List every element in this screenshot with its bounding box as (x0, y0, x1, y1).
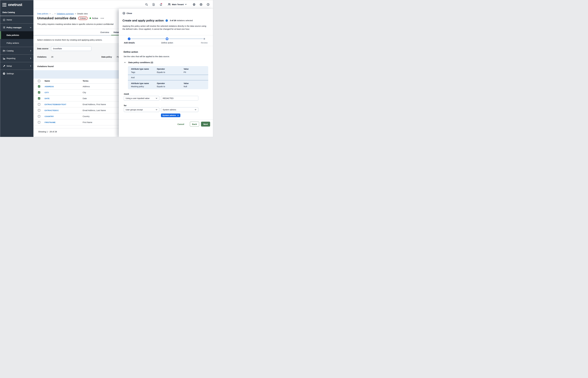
select-violations-hint: Select violations to resolve them by cre… (37, 39, 102, 41)
sidebar: onetrust Data Catalog Home Policy manage… (0, 0, 33, 137)
conditions-toggle[interactable]: Data policy conditions (2) (124, 61, 153, 64)
sidebar-item-catalog[interactable]: Catalog (0, 47, 33, 54)
row-checkbox[interactable] (38, 109, 40, 111)
drawer-description: Applying this policy action will resolve… (122, 25, 207, 30)
mask-method-select[interactable]: Using a user inputted value (124, 96, 159, 101)
gear-icon (3, 72, 5, 75)
bar-chart-icon (3, 57, 5, 60)
violations-found-title: Violations found (37, 65, 54, 68)
violation-link[interactable]: EXTRACTEDCC (44, 109, 59, 111)
step-connector (169, 39, 203, 39)
row-checkbox-checked[interactable] (38, 85, 40, 88)
chevron-down-icon (30, 27, 32, 28)
breadcrumb-current: Details view (77, 13, 88, 15)
violation-link[interactable]: DATE (44, 97, 50, 99)
condition-value-header: Value (184, 82, 189, 84)
app-name: Data Catalog (2, 11, 15, 14)
more-options-icon[interactable] (100, 17, 104, 19)
step-label-review: Review (201, 41, 208, 44)
chevron-down-icon (195, 109, 197, 111)
violation-link[interactable]: COUNTRY (44, 115, 54, 117)
close-button[interactable]: Close (122, 12, 132, 15)
breadcrumb-ellipsis[interactable]: ... (52, 13, 53, 15)
for-method-select[interactable]: User groups except (124, 107, 159, 112)
for-groups-select[interactable]: System admins (161, 107, 198, 112)
document-check-icon[interactable] (152, 3, 155, 6)
step-connector (131, 39, 165, 39)
violations-label: Violations (37, 56, 46, 58)
violation-link[interactable]: CITY (44, 91, 49, 94)
data-source-label: Data source (37, 46, 48, 51)
violation-link[interactable]: EXTRACTEDBODYTEXT (44, 103, 66, 105)
cancel-button[interactable]: Cancel (177, 123, 185, 125)
breadcrumb-violations-summary[interactable]: Violations summary (57, 13, 74, 15)
condition-value-header: Value (184, 68, 189, 70)
mask-value-input[interactable] (161, 96, 198, 101)
account-icon[interactable] (200, 3, 202, 6)
breadcrumb: Data policies>...>Violations summary>Det… (37, 13, 88, 15)
drawer-footer: Cancel Back Next (119, 119, 213, 137)
divider (128, 80, 208, 80)
sidebar-item-reporting[interactable]: Reporting (0, 54, 33, 62)
severity-badge: Critical (78, 16, 87, 20)
back-button[interactable]: Back (190, 122, 199, 127)
gear-icon[interactable] (193, 3, 196, 6)
row-checkbox-checked[interactable] (38, 91, 40, 94)
folder-icon (3, 49, 5, 52)
select-all-checkbox[interactable] (38, 80, 40, 82)
condition-op-header: Operator (157, 82, 165, 84)
breadcrumb-data-policies[interactable]: Data policies (37, 13, 48, 15)
violation-link[interactable]: ADDRESS (44, 85, 54, 87)
list-icon (3, 26, 5, 29)
define-action-hint: Set the rules that will be applied to th… (124, 55, 170, 58)
sidebar-item-setup[interactable]: Setup (0, 62, 33, 70)
data-source-input[interactable] (51, 46, 91, 51)
selected-group-chip[interactable]: System admins (161, 113, 180, 117)
notifications-bell-icon[interactable] (159, 3, 162, 6)
close-arrow-icon (122, 12, 125, 15)
sidebar-item-policy-actions[interactable]: Policy actions (0, 39, 33, 47)
tenant-switcher[interactable]: Main Tenant (168, 0, 187, 9)
divider (128, 75, 208, 75)
conditions-title: Data policy conditions (2) (128, 61, 153, 64)
sidebar-item-home[interactable]: Home (0, 16, 33, 24)
help-icon[interactable] (207, 3, 210, 6)
for-label: for (124, 104, 127, 107)
active-dot-icon (90, 17, 91, 19)
violation-link[interactable]: FIRSTNAME (44, 121, 56, 123)
sidebar-item-settings[interactable]: Settings (0, 70, 33, 77)
conditions-panel: Attribute type name Operator Value Tags … (128, 66, 208, 89)
condition-op-value: Equals to (157, 71, 165, 73)
pagination-summary: Showing 1 - 28 of 28 (38, 131, 57, 133)
home-icon (3, 18, 5, 21)
row-checkbox[interactable] (38, 115, 40, 117)
onetrust-logo: onetrust (3, 2, 22, 8)
row-checkbox[interactable] (38, 103, 40, 106)
info-icon: i (166, 19, 168, 22)
chevron-down-icon (156, 97, 158, 99)
step-complete-icon (128, 38, 130, 40)
next-button[interactable]: Next (201, 122, 210, 127)
status-badge: Active (90, 17, 98, 20)
chevron-down-icon (185, 3, 187, 5)
sidebar-item-data-policies[interactable]: Data policies (0, 31, 33, 39)
condition-op-value: Equals to (157, 85, 165, 88)
condition-value-value: PII (184, 71, 186, 73)
step-upcoming-icon (203, 38, 205, 40)
search-icon[interactable] (145, 3, 148, 6)
condition-value-value: Null (184, 85, 187, 88)
condition-attr-header: Attribute type name (131, 68, 149, 70)
chevron-right-icon (30, 50, 32, 52)
row-checkbox[interactable] (38, 121, 40, 123)
condition-conjunction: And (131, 76, 135, 79)
remove-chip-icon[interactable] (177, 115, 179, 116)
drawer-title: Create and apply policy action (122, 19, 164, 22)
chevron-right-icon (30, 65, 32, 67)
condition-attr-value: Tags (131, 71, 135, 73)
tab-overview[interactable]: Overview (100, 31, 109, 34)
sidebar-item-policy-manager[interactable]: Policy manager (0, 24, 33, 31)
condition-op-header: Operator (157, 68, 165, 70)
tenant-label: Main Tenant (172, 3, 184, 6)
define-action-heading: Define action (124, 51, 138, 53)
row-checkbox-checked[interactable] (38, 97, 40, 99)
